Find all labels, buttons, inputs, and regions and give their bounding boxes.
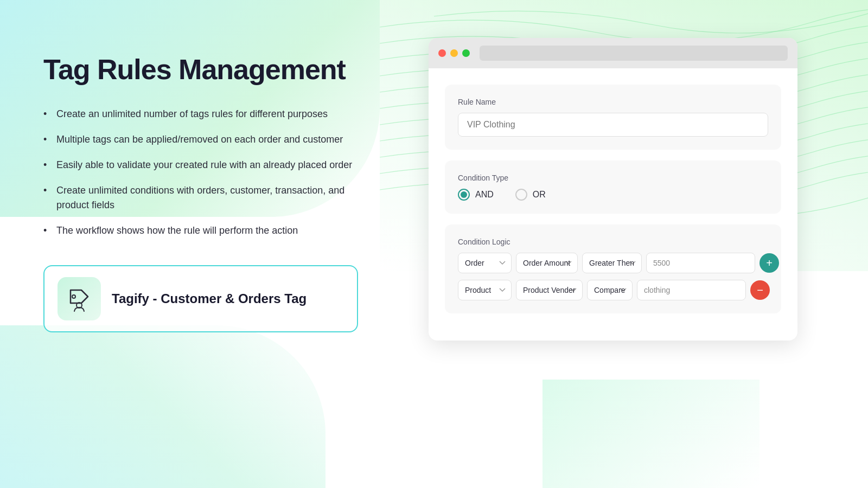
app-icon-container	[58, 277, 101, 320]
rule-name-input[interactable]	[458, 113, 768, 137]
tagify-icon	[66, 286, 92, 312]
condition-1-comparator-select[interactable]: Greater Then Less Then Equal To Contains	[582, 253, 642, 273]
condition-row-2: Order Customer Product Transaction Produ…	[458, 280, 768, 300]
features-list: Create an unlimited number of tags rules…	[43, 107, 380, 238]
right-panel: Rule Name Condition Type AND OR	[380, 33, 825, 341]
app-name: Tagify - Customer & Orders Tag	[112, 291, 307, 306]
browser-titlebar	[429, 38, 797, 68]
feature-item: The workflow shows how the rule will per…	[43, 223, 380, 238]
condition-logic-section: Condition Logic Order Customer Product T…	[445, 224, 781, 313]
browser-url-bar	[480, 46, 788, 61]
traffic-light-yellow[interactable]	[450, 49, 458, 57]
left-panel: Tag Rules Management Create an unlimited…	[43, 33, 380, 332]
condition-type-section: Condition Type AND OR	[445, 160, 781, 214]
radio-or[interactable]: OR	[515, 189, 546, 201]
browser-window: Rule Name Condition Type AND OR	[429, 38, 797, 341]
condition-1-operator-select[interactable]: Order Amount Order Status Order Tag	[516, 253, 578, 273]
feature-item: Easily able to validate your created rul…	[43, 158, 380, 172]
feature-item: Create unlimited conditions with orders,…	[43, 183, 380, 213]
page-title: Tag Rules Management	[43, 54, 380, 85]
feature-item: Create an unlimited number of tags rules…	[43, 107, 380, 121]
radio-and-label: AND	[475, 190, 494, 200]
main-content: Tag Rules Management Create an unlimited…	[0, 0, 868, 488]
rule-name-label: Rule Name	[458, 98, 768, 106]
condition-2-remove-button[interactable]: −	[750, 280, 770, 300]
radio-and[interactable]: AND	[458, 189, 494, 201]
condition-1-add-button[interactable]: +	[760, 253, 779, 273]
condition-type-label: Condition Type	[458, 174, 768, 182]
condition-1-field-select[interactable]: Order Customer Product Transaction	[458, 253, 512, 273]
condition-2-field-select[interactable]: Order Customer Product Transaction	[458, 280, 512, 300]
feature-item: Multiple tags can be applied/removed on …	[43, 132, 380, 147]
condition-2-value-input[interactable]	[637, 280, 746, 300]
radio-or-circle	[515, 189, 527, 201]
app-card: Tagify - Customer & Orders Tag	[43, 265, 358, 332]
radio-or-label: OR	[533, 190, 546, 200]
browser-content: Rule Name Condition Type AND OR	[429, 68, 797, 341]
condition-2-operator-select[interactable]: Product Vender Product Type Product Tag	[516, 280, 583, 300]
condition-row-1: Order Customer Product Transaction Order…	[458, 253, 768, 273]
rule-name-section: Rule Name	[445, 85, 781, 150]
radio-and-circle	[458, 189, 470, 201]
condition-logic-label: Condition Logic	[458, 237, 768, 246]
traffic-light-red[interactable]	[438, 49, 446, 57]
condition-1-value-input[interactable]	[646, 253, 755, 273]
traffic-light-green[interactable]	[462, 49, 470, 57]
condition-2-comparator-select[interactable]: Compare Equal To Contains	[587, 280, 633, 300]
condition-type-radio-group: AND OR	[458, 189, 768, 201]
svg-point-0	[72, 295, 75, 298]
